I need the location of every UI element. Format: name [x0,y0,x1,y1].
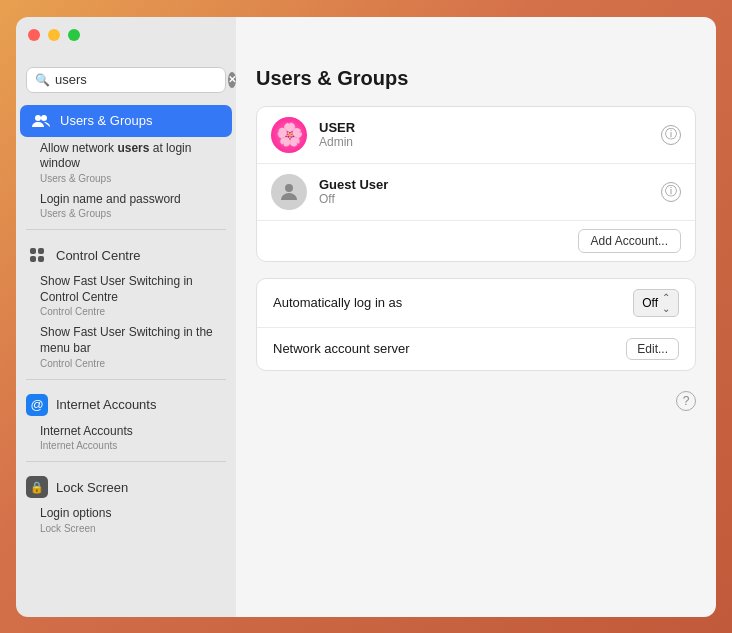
svg-rect-2 [30,248,36,254]
svg-point-6 [285,184,293,192]
svg-point-0 [35,115,41,121]
sidebar-subitem-allow-network-category: Users & Groups [40,173,222,184]
sidebar: 🔍 ✕ Users & Groups [16,17,236,617]
search-icon: 🔍 [35,73,50,87]
auto-login-value: Off [642,296,658,310]
svg-rect-4 [30,256,36,262]
sidebar-item-internet-accounts[interactable]: @ Internet Accounts [16,386,236,420]
control-centre-icon [26,244,48,266]
edit-button[interactable]: Edit... [626,338,679,360]
sidebar-subitem-fast-user-menu-title: Show Fast User Switching in the menu bar [40,325,222,356]
avatar-user: 🌸 [271,117,307,153]
account-info-guest: Guest User Off [319,177,649,206]
lock-screen-icon: 🔒 [26,476,48,498]
account-row-user[interactable]: 🌸 USER Admin ⓘ [257,107,695,164]
sidebar-subitem-fast-user-menu[interactable]: Show Fast User Switching in the menu bar… [20,321,232,372]
info-button-guest[interactable]: ⓘ [661,182,681,202]
network-server-label: Network account server [273,341,618,356]
account-info-user: USER Admin [319,120,649,149]
search-clear-button[interactable]: ✕ [228,72,236,88]
add-account-row: Add Account... [257,221,695,261]
help-row: ? [256,387,696,415]
svg-rect-3 [38,248,44,254]
sidebar-subitem-allow-network[interactable]: Allow network users at login window User… [20,137,232,188]
search-input[interactable] [55,72,223,87]
info-button-user[interactable]: ⓘ [661,125,681,145]
sidebar-subitem-allow-network-title: Allow network users at login window [40,141,222,172]
sidebar-subitem-login-name[interactable]: Login name and password Users & Groups [20,188,232,224]
sidebar-subitem-fast-user-control[interactable]: Show Fast User Switching in Control Cent… [20,270,232,321]
main-content: Users & Groups 🌸 USER Admin ⓘ [236,17,716,617]
minimize-button[interactable] [48,29,60,41]
account-name-user: USER [319,120,649,135]
sidebar-item-control-centre[interactable]: Control Centre [16,236,236,270]
sidebar-item-internet-accounts-label: Internet Accounts [56,397,156,412]
sidebar-item-users-groups-label: Users & Groups [60,113,152,128]
sidebar-subitem-login-name-title: Login name and password [40,192,222,208]
divider-1 [26,229,226,230]
sidebar-item-lock-screen[interactable]: 🔒 Lock Screen [16,468,236,502]
svg-point-1 [41,115,47,121]
internet-accounts-icon: @ [26,394,48,416]
window-controls [28,29,80,41]
divider-2 [26,379,226,380]
search-box: 🔍 ✕ [26,67,226,93]
sidebar-subitem-internet-accounts-title: Internet Accounts [40,424,222,440]
sidebar-item-control-centre-label: Control Centre [56,248,141,263]
divider-3 [26,461,226,462]
settings-row-network-server: Network account server Edit... [257,328,695,370]
auto-login-control[interactable]: Off ⌃⌄ [633,289,679,317]
help-button[interactable]: ? [676,391,696,411]
avatar-guest [271,174,307,210]
close-button[interactable] [28,29,40,41]
sidebar-subitem-fast-user-control-category: Control Centre [40,306,222,317]
settings-row-auto-login: Automatically log in as Off ⌃⌄ [257,279,695,328]
sidebar-item-lock-screen-label: Lock Screen [56,480,128,495]
account-row-guest[interactable]: Guest User Off ⓘ [257,164,695,221]
sidebar-subitem-login-options-title: Login options [40,506,222,522]
users-icon [30,110,52,132]
settings-panel: Automatically log in as Off ⌃⌄ Network a… [256,278,696,371]
add-account-button[interactable]: Add Account... [578,229,681,253]
sidebar-subitem-internet-accounts[interactable]: Internet Accounts Internet Accounts [20,420,232,456]
accounts-panel: 🌸 USER Admin ⓘ [256,106,696,262]
chevron-updown-icon: ⌃⌄ [662,292,670,314]
account-role-guest: Off [319,192,649,206]
clear-icon: ✕ [228,74,236,85]
sidebar-subitem-login-name-category: Users & Groups [40,208,222,219]
sidebar-subitem-login-options-category: Lock Screen [40,523,222,534]
svg-rect-5 [38,256,44,262]
maximize-button[interactable] [68,29,80,41]
sidebar-subitem-internet-accounts-category: Internet Accounts [40,440,222,451]
auto-login-label: Automatically log in as [273,295,625,310]
sidebar-item-users-groups[interactable]: Users & Groups [20,105,232,137]
account-role-user: Admin [319,135,649,149]
account-name-guest: Guest User [319,177,649,192]
sidebar-subitem-login-options[interactable]: Login options Lock Screen [20,502,232,538]
sidebar-subitem-fast-user-control-title: Show Fast User Switching in Control Cent… [40,274,222,305]
sidebar-subitem-fast-user-menu-category: Control Centre [40,358,222,369]
page-title: Users & Groups [256,67,696,90]
